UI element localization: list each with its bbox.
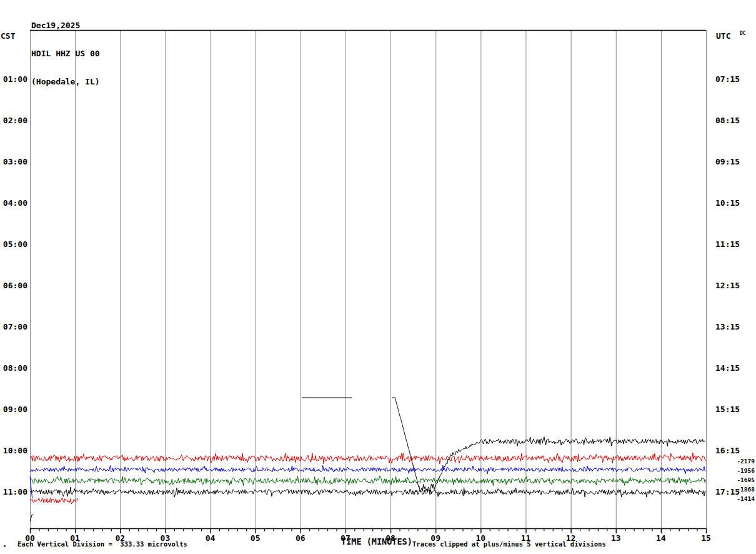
utc-tick-label: 11:15 (715, 239, 740, 249)
cst-tick-label: 09:00 (3, 405, 27, 414)
x-tick-label: 15 (701, 533, 711, 543)
dc-value: -2179 (737, 458, 755, 465)
clip-note: Traces clipped at plus/minus 5 vertical … (412, 540, 606, 548)
utc-tick-label: 12:15 (715, 281, 740, 290)
trace-1100-black (30, 487, 706, 497)
x-tick-label: 06 (296, 533, 306, 543)
utc-tick-label: 14:15 (715, 363, 740, 373)
corner-mark: ₘ (3, 543, 6, 548)
cst-tick-label: 04:00 (3, 198, 27, 208)
dc-value: -1868 (737, 486, 755, 493)
trace-1045-green (30, 476, 706, 486)
utc-tick-label: 13:15 (715, 322, 740, 331)
cst-tick-label: 06:00 (3, 281, 27, 290)
cst-tick-label: 05:00 (3, 239, 27, 249)
heliplot-svg: 0001020304050607080910111213141501:0002:… (0, 0, 756, 554)
vertical-division-note: Each Vertical Division = 333.33 microvol… (17, 540, 187, 548)
x-tick-label: 14 (656, 533, 666, 543)
x-tick-label: 13 (611, 533, 621, 543)
x-axis-title: TIME (MINUTES) (341, 536, 412, 546)
x-tick-label: 05 (251, 533, 261, 543)
x-tick-label: 04 (206, 533, 216, 543)
cst-tick-label: 07:00 (3, 322, 27, 331)
utc-tick-label: 08:15 (715, 116, 740, 125)
cst-tick-label: 02:00 (3, 116, 27, 125)
cst-tick-label: 03:00 (3, 157, 27, 166)
dc-value: -1956 (737, 467, 755, 474)
trace-1030-blue (30, 465, 706, 474)
utc-tick-label: 07:15 (715, 74, 740, 84)
cst-tick-label: 11:00 (3, 487, 27, 496)
utc-tick-label: 16:15 (715, 446, 740, 455)
trace-1015-red (30, 453, 706, 464)
cst-tick-label: 10:00 (3, 446, 27, 455)
utc-tick-label: 09:15 (715, 157, 740, 166)
heliplot-screen: Dec19,2025 HDIL HHZ US 00 (Hopedale, IL)… (0, 0, 756, 554)
utc-tick-label: 10:15 (715, 198, 740, 208)
dc-value: -1414 (737, 495, 755, 502)
cst-tick-label: 01:00 (3, 74, 27, 84)
utc-tick-label: 17:15 (715, 487, 740, 496)
cst-tick-label: 08:00 (3, 363, 27, 373)
utc-tick-label: 15:15 (715, 405, 740, 414)
trace-1115-red-current (30, 498, 78, 504)
dc-value: -1695 (737, 476, 755, 483)
